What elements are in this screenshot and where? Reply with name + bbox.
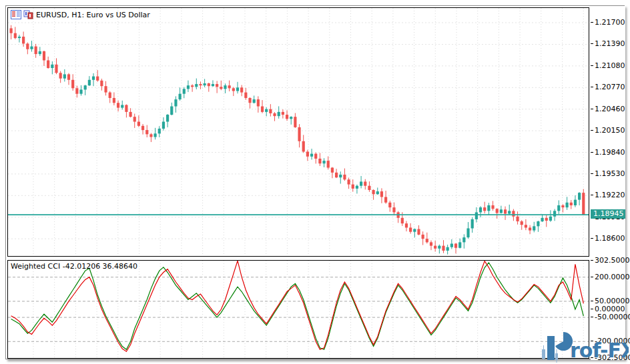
main-chart-panel[interactable]: EURUSD, H1: Euro vs US Dollar bbox=[7, 7, 589, 257]
chart-header: EURUSD, H1: Euro vs US Dollar bbox=[11, 10, 150, 19]
indicator-plot[interactable] bbox=[8, 261, 589, 358]
price-axis-tick bbox=[591, 87, 593, 87]
indicator-axis-label: 0.00000 bbox=[595, 305, 625, 313]
price-axis-tick bbox=[591, 238, 593, 239]
price-axis-tick bbox=[591, 152, 593, 153]
price-axis-label: 1.21390 bbox=[595, 39, 625, 48]
indicator-axis-label: 50.00000 bbox=[595, 296, 630, 305]
chart-title: EURUSD, H1: Euro vs US Dollar bbox=[36, 11, 150, 19]
proffx-logo: rof-FX bbox=[541, 329, 629, 363]
price-axis-tick bbox=[591, 173, 593, 174]
indicator-axis-label: -50.00000 bbox=[595, 313, 630, 321]
indicator-panel[interactable]: Weighted CCI -42.01206 36.48640 bbox=[7, 260, 589, 359]
price-axis-label: 1.18600 bbox=[595, 234, 625, 243]
price-axis-label: 1.19530 bbox=[595, 169, 625, 177]
price-axis-label: 1.21080 bbox=[595, 61, 625, 69]
price-axis-tick bbox=[591, 130, 593, 131]
price-axis-label: 1.20770 bbox=[595, 83, 625, 91]
price-axis-label: 1.19220 bbox=[595, 191, 625, 199]
price-axis-label: 1.20460 bbox=[595, 104, 625, 113]
indicator-axis-label: 302.50000 bbox=[595, 256, 630, 265]
quotes-grid-icon[interactable] bbox=[11, 10, 21, 19]
indicator-axis-tick bbox=[591, 260, 593, 261]
candlestick-plot[interactable] bbox=[8, 8, 589, 256]
price-axis-label: 1.21700 bbox=[595, 18, 625, 27]
price-axis-tick bbox=[591, 195, 593, 195]
indicator-axis-label: 200.00000 bbox=[595, 272, 630, 281]
price-axis-label: 1.20150 bbox=[595, 126, 625, 135]
price-axis-tick bbox=[591, 109, 593, 109]
indicator-axis-tick bbox=[591, 301, 593, 301]
price-axis[interactable]: 1.18945 1.217001.213901.210801.207701.20… bbox=[591, 6, 625, 360]
indicator-axis-tick bbox=[591, 317, 593, 317]
current-price-badge: 1.18945 bbox=[591, 209, 625, 219]
logo-text: rof-FX bbox=[570, 339, 629, 362]
chart-bars-icon[interactable] bbox=[23, 10, 34, 19]
price-axis-label: 1.19840 bbox=[595, 147, 625, 156]
indicator-title: Weighted CCI -42.01206 36.48640 bbox=[11, 262, 137, 271]
chart-window: EURUSD, H1: Euro vs US Dollar Weighted C… bbox=[5, 5, 625, 359]
price-axis-tick bbox=[591, 43, 593, 44]
indicator-axis-tick bbox=[591, 277, 593, 277]
price-axis-tick bbox=[591, 65, 593, 66]
indicator-axis-tick bbox=[591, 309, 593, 309]
logo-p-glyph bbox=[547, 332, 573, 360]
price-axis-tick bbox=[591, 22, 593, 23]
